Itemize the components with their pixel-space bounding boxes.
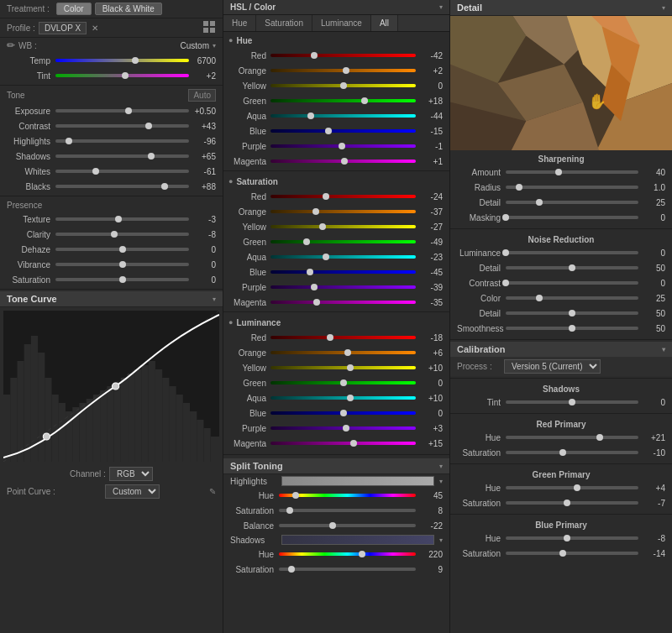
sharp-masking-slider[interactable] <box>506 216 638 219</box>
lum-magenta-slider[interactable] <box>270 442 416 445</box>
noise-contrast-slider[interactable] <box>506 281 638 285</box>
blue-hue-slider[interactable] <box>506 536 638 540</box>
red-sat-slider[interactable] <box>506 451 638 454</box>
process-select[interactable]: Version 5 (Current) <box>504 359 601 374</box>
sat-expand-icon[interactable]: ● <box>228 177 233 186</box>
tint-slider[interactable] <box>55 74 189 77</box>
noise-color-detail-slider[interactable] <box>506 311 638 315</box>
highlights-row: Highlights -96 <box>0 133 223 149</box>
texture-slider[interactable] <box>55 217 189 221</box>
shadows-sat-slider[interactable] <box>279 568 416 571</box>
sharp-amount-slider[interactable] <box>506 170 638 174</box>
tone-curve-dropdown-icon[interactable]: ▾ <box>213 296 216 303</box>
sat-green-slider[interactable] <box>270 240 416 243</box>
highlights-expand-icon[interactable]: ▾ <box>439 478 443 485</box>
lum-blue-slider[interactable] <box>270 411 416 415</box>
sat-magenta-slider[interactable] <box>270 301 416 304</box>
shadows-slider[interactable] <box>55 154 189 158</box>
wb-dropdown-icon[interactable]: ▾ <box>213 42 216 50</box>
point-curve-select[interactable]: Custom <box>105 484 160 499</box>
green-sat-slider[interactable] <box>506 501 638 505</box>
hue-green-slider[interactable] <box>270 99 416 102</box>
blue-sat-slider[interactable] <box>506 552 638 555</box>
channel-select[interactable]: RGB <box>109 467 153 481</box>
tab-luminance[interactable]: Luminance <box>312 15 371 31</box>
highlights-hue-slider[interactable] <box>279 494 416 497</box>
right-scroll[interactable]: Sharpening Amount 40 Radius 1.0 Detail <box>450 150 672 633</box>
blacks-slider[interactable] <box>55 185 189 188</box>
green-hue-slider[interactable] <box>506 486 638 489</box>
lum-aqua-slider[interactable] <box>270 396 416 400</box>
hue-orange-slider[interactable] <box>270 69 416 72</box>
whites-slider[interactable] <box>55 170 189 173</box>
lum-yellow-slider[interactable] <box>270 366 416 369</box>
red-hue-slider[interactable] <box>506 436 638 439</box>
shadows-hue-slider[interactable] <box>279 552 416 556</box>
balance-slider[interactable] <box>279 524 416 527</box>
shadows-expand-icon[interactable]: ▾ <box>439 536 443 544</box>
sat-red-slider[interactable] <box>270 195 416 198</box>
texture-value: -3 <box>189 215 216 224</box>
calibration-dropdown-icon[interactable]: ▾ <box>662 346 665 353</box>
exposure-slider[interactable] <box>55 109 189 112</box>
lum-purple-slider[interactable] <box>270 426 416 430</box>
tab-saturation[interactable]: Saturation <box>256 15 312 31</box>
hue-aqua-slider[interactable] <box>270 114 416 118</box>
hue-purple-slider[interactable] <box>270 144 416 148</box>
cal-shadows-tint-slider[interactable] <box>506 400 638 404</box>
sat-blue-slider[interactable] <box>270 270 416 274</box>
sat-aqua-row: Aqua -23 <box>223 249 449 264</box>
sat-aqua-slider[interactable] <box>270 255 416 259</box>
profile-x-icon[interactable]: ✕ <box>92 24 98 33</box>
highlights-swatch[interactable] <box>281 476 434 486</box>
hsl-header: HSL / Color ▾ <box>223 0 449 15</box>
clarity-slider[interactable] <box>55 233 189 236</box>
profile-value[interactable]: DVLOP X <box>39 22 87 34</box>
split-toning-dropdown-icon[interactable]: ▾ <box>439 463 443 470</box>
tab-hue[interactable]: Hue <box>223 15 256 31</box>
auto-btn[interactable]: Auto <box>188 89 216 102</box>
sat-purple-slider[interactable] <box>270 285 416 289</box>
sharp-radius-slider[interactable] <box>506 186 638 189</box>
shadows-swatch[interactable] <box>281 535 434 545</box>
noise-lum-slider[interactable] <box>506 251 638 254</box>
hue-yellow-slider[interactable] <box>270 84 416 87</box>
hue-magenta-slider[interactable] <box>270 160 416 163</box>
hsl-scroll[interactable]: ● Hue Red -42 Orange +2 Yellow 0 Gree <box>223 32 449 633</box>
sat-yellow-slider[interactable] <box>270 225 416 228</box>
noise-smoothness-slider[interactable] <box>506 327 638 330</box>
hue-red-slider[interactable] <box>270 54 416 57</box>
sharp-radius-row: Radius 1.0 <box>450 180 672 195</box>
noise-color-slider[interactable] <box>506 296 638 300</box>
highlights-slider[interactable] <box>55 139 189 143</box>
saturation-label: Saturation <box>7 275 55 285</box>
sat-orange-slider[interactable] <box>270 210 416 213</box>
tone-curve-graph[interactable] <box>3 311 219 462</box>
eyedropper-icon[interactable]: ✏ <box>7 39 15 51</box>
noise-detail-slider[interactable] <box>506 266 638 269</box>
temp-slider[interactable] <box>55 59 189 62</box>
vibrance-slider[interactable] <box>55 263 189 266</box>
lum-green-slider[interactable] <box>270 381 416 385</box>
hue-blue-slider[interactable] <box>270 129 416 133</box>
hue-purple-label: Purple <box>230 142 270 151</box>
lum-red-slider[interactable] <box>270 336 416 339</box>
hsl-dropdown-icon[interactable]: ▾ <box>439 3 443 11</box>
sharp-detail-slider[interactable] <box>506 201 638 204</box>
hue-expand-icon[interactable]: ● <box>228 36 233 44</box>
bw-treatment-btn[interactable]: Black & White <box>95 3 162 15</box>
lum-expand-icon[interactable]: ● <box>228 318 233 327</box>
highlights-sat-slider[interactable] <box>279 509 416 512</box>
edit-icon[interactable]: ✎ <box>209 487 216 496</box>
image-preview[interactable]: ✋ <box>450 16 672 150</box>
svg-rect-1 <box>210 21 215 26</box>
dehaze-slider[interactable] <box>55 248 189 251</box>
tab-all[interactable]: All <box>371 15 398 31</box>
lum-orange-slider[interactable] <box>270 351 416 354</box>
color-treatment-btn[interactable]: Color <box>56 3 92 15</box>
detail-dropdown-icon[interactable]: ▾ <box>662 4 665 12</box>
saturation-slider[interactable] <box>55 278 189 281</box>
vibrance-row: Vibrance 0 <box>0 257 223 272</box>
contrast-slider[interactable] <box>55 124 189 128</box>
saturation-row: Saturation 0 <box>0 272 223 287</box>
